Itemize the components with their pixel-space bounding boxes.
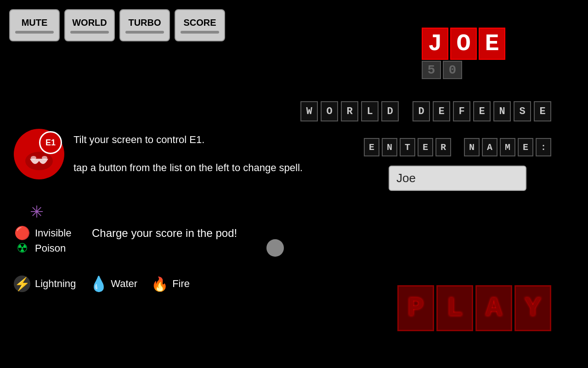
- instruction-text: Tilt your screen to control E1. tap a bu…: [74, 133, 303, 175]
- play-l[interactable]: L: [436, 285, 473, 331]
- lightning-label: Lightning: [35, 278, 76, 290]
- score-bar: [181, 31, 220, 34]
- spell-poison[interactable]: ☢ Poison: [14, 241, 71, 256]
- world-bar: [70, 31, 109, 34]
- spell-lightning[interactable]: ⚡ Lightning: [14, 276, 76, 292]
- mute-bar: [15, 31, 54, 34]
- spell-list: 🔴 Invisible ☢ Poison: [14, 225, 71, 256]
- wd-d2: D: [413, 101, 430, 121]
- en-colon: :: [536, 138, 551, 156]
- joe-sub-0: 0: [443, 61, 462, 79]
- en-t: T: [400, 138, 415, 156]
- enter-name-area: E N T E R N A M E :: [364, 138, 551, 191]
- wd-o: O: [321, 101, 338, 121]
- enter-name-label: E N T E R N A M E :: [364, 138, 551, 156]
- spell-water[interactable]: 💧 Water: [90, 275, 137, 293]
- spell-invisible[interactable]: 🔴 Invisible: [14, 225, 71, 241]
- water-icon: 💧: [90, 275, 106, 293]
- svg-point-2: [42, 156, 47, 160]
- character-section: E1 Tilt your screen to control E1. tap a…: [14, 129, 303, 179]
- poison-label: Poison: [35, 242, 66, 254]
- wd-w: W: [300, 101, 318, 121]
- svg-point-1: [31, 156, 36, 160]
- turbo-bar: [125, 31, 164, 34]
- logo-area: J O E 5 0: [422, 28, 505, 79]
- world-defense-label: W O R L D D E F E N S E: [300, 101, 551, 121]
- score-label: SCORE: [183, 17, 216, 28]
- wd-e3: E: [534, 101, 551, 121]
- turbo-button[interactable]: TURBO: [119, 9, 170, 41]
- en-a: A: [482, 138, 498, 156]
- instruction-line2: tap a button from the list on the left t…: [74, 161, 303, 175]
- play-y[interactable]: Y: [514, 285, 551, 331]
- wd-f: F: [453, 101, 470, 121]
- charge-text: Charge your score in the pod!: [92, 225, 237, 241]
- wd-l: L: [361, 101, 379, 121]
- turbo-label: TURBO: [128, 17, 161, 28]
- play-a[interactable]: A: [475, 285, 512, 331]
- mute-label: MUTE: [22, 17, 48, 28]
- spell-row-bottom: ⚡ Lightning 💧 Water 🔥 Fire: [14, 275, 190, 293]
- gray-circle: [266, 239, 284, 257]
- en-e2: E: [418, 138, 433, 156]
- play-button[interactable]: P L A Y: [397, 285, 551, 331]
- joe-letter-e: E: [479, 28, 505, 60]
- wd-r: R: [341, 101, 358, 121]
- en-gap: [453, 138, 462, 156]
- world-label: WORLD: [72, 17, 107, 28]
- wd-e2: E: [473, 101, 491, 121]
- avatar: E1: [14, 129, 64, 179]
- fire-label: Fire: [172, 278, 190, 290]
- charge-text-content: Charge your score in the pod!: [92, 227, 237, 239]
- wd-s: S: [514, 101, 531, 121]
- invisible-icon: 🔴: [14, 225, 30, 241]
- joe-title: J O E: [422, 28, 505, 60]
- play-p[interactable]: P: [397, 285, 434, 331]
- en-n2: N: [464, 138, 480, 156]
- invisible-label: Invisible: [35, 227, 71, 239]
- spell-fire[interactable]: 🔥 Fire: [151, 276, 190, 292]
- en-m: M: [500, 138, 515, 156]
- name-input[interactable]: [389, 166, 526, 191]
- mute-button[interactable]: MUTE: [9, 9, 60, 41]
- top-nav: MUTE WORLD TURBO SCORE: [0, 0, 234, 51]
- joe-letter-j: J: [422, 28, 448, 60]
- joe-letter-o: O: [450, 28, 477, 60]
- sparkle-icon: ✳: [30, 202, 44, 222]
- water-label: Water: [111, 278, 137, 290]
- avatar-label: E1: [39, 131, 62, 154]
- en-e3: E: [518, 138, 533, 156]
- poison-icon: ☢: [14, 241, 30, 256]
- wd-n: N: [493, 101, 511, 121]
- instruction-line1: Tilt your screen to control E1.: [74, 133, 303, 147]
- en-r: R: [435, 138, 451, 156]
- world-button[interactable]: WORLD: [64, 9, 115, 41]
- wd-d: D: [381, 101, 399, 121]
- fire-icon: 🔥: [151, 276, 168, 292]
- joe-sub: 5 0: [422, 61, 505, 79]
- play-area: P L A Y: [397, 285, 551, 331]
- en-n: N: [382, 138, 397, 156]
- score-button[interactable]: SCORE: [175, 9, 225, 41]
- wd-e: E: [433, 101, 450, 121]
- en-e: E: [364, 138, 379, 156]
- joe-sub-5: 5: [422, 61, 441, 79]
- lightning-icon: ⚡: [14, 276, 30, 292]
